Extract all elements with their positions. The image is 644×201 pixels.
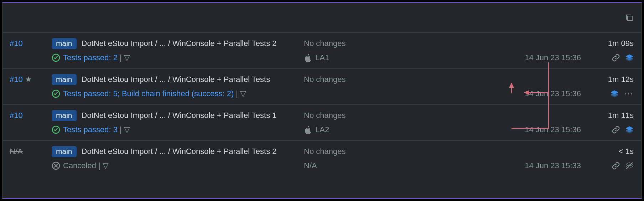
separator: |	[120, 125, 122, 134]
stack-icon[interactable]	[610, 89, 619, 98]
build-duration: 1m 09s	[584, 39, 634, 48]
canceled-icon	[52, 161, 60, 170]
status-dropdown-icon[interactable]: ▽	[103, 161, 109, 170]
build-row[interactable]: #10 main DotNet eStou Import / ... / Win…	[2, 105, 642, 141]
changes-label[interactable]: No changes	[304, 75, 346, 84]
build-path[interactable]: DotNet eStou Import / ... / WinConsole +…	[82, 39, 277, 48]
build-path[interactable]: DotNet eStou Import / ... / WinConsole +…	[82, 75, 270, 84]
separator: |	[120, 53, 122, 62]
changes-label[interactable]: No changes	[304, 111, 346, 120]
status-text[interactable]: Canceled	[63, 161, 96, 170]
agent-name[interactable]: LA1	[315, 53, 329, 62]
branch-tag[interactable]: main	[52, 74, 77, 85]
build-id[interactable]: #10	[10, 39, 23, 48]
link-icon[interactable]	[612, 53, 620, 62]
build-list: #10 main DotNet eStou Import / ... / Win…	[2, 33, 642, 176]
build-duration: < 1s	[584, 147, 634, 156]
apple-icon	[304, 125, 312, 134]
link-icon[interactable]	[612, 125, 620, 134]
build-datetime: 14 Jun 23 15:33	[495, 161, 581, 170]
open-in-new-icon[interactable]	[625, 14, 634, 22]
build-row[interactable]: N/A main DotNet eStou Import / ... / Win…	[2, 141, 642, 176]
star-icon[interactable]: ★	[25, 75, 32, 84]
agent-name[interactable]: LA2	[315, 125, 329, 134]
build-row[interactable]: #10 main DotNet eStou Import / ... / Win…	[2, 33, 642, 69]
link-icon[interactable]	[612, 161, 620, 170]
separator: |	[98, 161, 100, 170]
panel-toolbar	[2, 3, 642, 33]
changes-label[interactable]: No changes	[304, 147, 346, 156]
status-text[interactable]: Tests passed: 2	[63, 53, 118, 62]
changes-label[interactable]: No changes	[304, 39, 346, 48]
success-icon	[52, 125, 60, 134]
branch-tag[interactable]: main	[52, 38, 77, 49]
separator: |	[236, 89, 238, 98]
status-dropdown-icon[interactable]: ▽	[240, 89, 246, 98]
more-icon[interactable]: ⋯	[624, 89, 634, 98]
success-icon	[52, 53, 60, 62]
branch-tag[interactable]: main	[52, 110, 77, 121]
agent-name: N/A	[304, 161, 317, 170]
build-path[interactable]: DotNet eStou Import / ... / WinConsole +…	[82, 147, 277, 156]
status-dropdown-icon[interactable]: ▽	[124, 53, 130, 62]
success-icon	[52, 89, 60, 98]
status-text[interactable]: Tests passed: 5; Build chain finished (s…	[63, 89, 234, 98]
build-id[interactable]: N/A	[10, 147, 23, 156]
build-id[interactable]: #10	[10, 111, 23, 120]
branch-tag[interactable]: main	[52, 146, 77, 157]
build-datetime: 14 Jun 23 15:36	[495, 89, 581, 98]
status-text[interactable]: Tests passed: 3	[63, 125, 118, 134]
apple-icon	[304, 53, 312, 62]
status-dropdown-icon[interactable]: ▽	[124, 125, 130, 134]
stack-disabled-icon[interactable]	[625, 161, 634, 170]
stack-icon[interactable]	[625, 53, 634, 62]
svg-rect-0	[628, 16, 632, 21]
build-datetime: 14 Jun 23 15:36	[495, 53, 581, 62]
build-path[interactable]: DotNet eStou Import / ... / WinConsole +…	[82, 111, 277, 120]
build-duration: 1m 12s	[584, 75, 634, 84]
build-id[interactable]: #10	[10, 75, 23, 84]
stack-icon[interactable]	[625, 125, 634, 134]
build-datetime: 14 Jun 23 15:36	[495, 125, 581, 134]
build-row[interactable]: #10 ★ main DotNet eStou Import / ... / W…	[2, 69, 642, 105]
build-duration: 1m 11s	[584, 111, 634, 120]
